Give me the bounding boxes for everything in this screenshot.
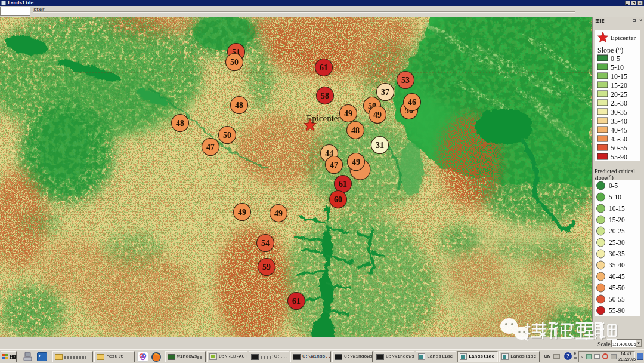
svg-text:47: 47 [206,143,215,152]
svg-text:59: 59 [262,263,271,272]
svg-text:47: 47 [330,161,338,170]
svg-text:10-15: 10-15 [611,72,627,81]
svg-text:46: 46 [408,98,416,107]
svg-text:49: 49 [238,208,246,217]
svg-text:15-20: 15-20 [609,216,625,223]
svg-text:55-90: 55-90 [609,307,625,314]
svg-text:55-90: 55-90 [611,153,627,161]
svg-text:48: 48 [176,119,184,128]
svg-text:Epicenter: Epicenter [306,113,340,123]
svg-text:50: 50 [230,58,239,67]
svg-text:25-30: 25-30 [609,239,625,246]
svg-text:48: 48 [351,126,360,135]
svg-text:15-20: 15-20 [611,81,627,90]
svg-text:5-10: 5-10 [611,63,624,72]
svg-text:48: 48 [235,101,243,110]
svg-text:30-35: 30-35 [609,250,625,257]
svg-text:10-15: 10-15 [609,205,625,212]
svg-text:0-5: 0-5 [611,54,620,63]
svg-text:Epicenter: Epicenter [611,34,636,41]
svg-text:5-10: 5-10 [609,193,621,201]
svg-text:45-50: 45-50 [609,284,625,291]
svg-text:25-30: 25-30 [611,99,627,107]
svg-text:61: 61 [320,63,328,72]
svg-text:20-25: 20-25 [609,227,625,235]
svg-text:20-25: 20-25 [611,90,627,99]
svg-text:50: 50 [223,131,231,140]
svg-text:54: 54 [261,239,270,248]
svg-text:35-40: 35-40 [609,262,625,269]
svg-text:58: 58 [321,91,329,100]
svg-text:30-35: 30-35 [611,108,627,116]
svg-text:49: 49 [373,110,382,119]
svg-text:Slope (°): Slope (°) [597,46,623,54]
svg-text:49: 49 [274,209,283,218]
svg-text:49: 49 [344,109,352,118]
svg-text:37: 37 [381,88,389,97]
svg-text:45-50: 45-50 [611,135,627,143]
svg-text:50-55: 50-55 [611,144,627,152]
svg-text:40-45: 40-45 [609,273,625,280]
svg-text:60: 60 [334,195,342,204]
svg-text:31: 31 [376,141,384,150]
svg-text:35-40: 35-40 [611,117,627,125]
svg-text:61: 61 [292,297,301,306]
svg-text:40-45: 40-45 [611,126,627,134]
svg-text:49: 49 [352,158,360,167]
svg-text:50-55: 50-55 [609,296,625,303]
svg-text:0-5: 0-5 [609,182,618,189]
svg-text:53: 53 [401,76,410,85]
svg-text:61: 61 [339,180,347,189]
